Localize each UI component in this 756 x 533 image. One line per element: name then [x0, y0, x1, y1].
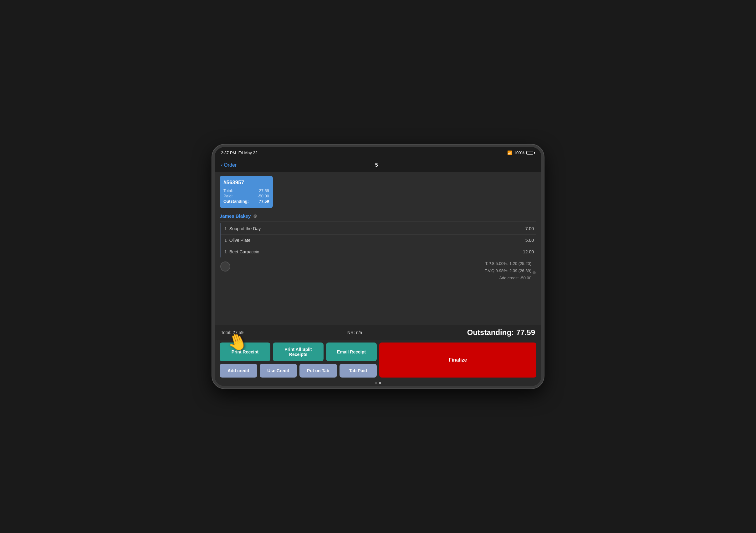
tax-section: T.P.S 5.00%: 1.20 (25.20) T.V.Q 9.98%: 2…: [220, 257, 536, 284]
content-area: #563957 Total: 27.59 Paid: -50.00 Outsta…: [215, 172, 541, 386]
chevron-left-icon: ‹: [221, 162, 223, 168]
order-items-list: 1 Soup of the Day 7.00 1 Olive Plate 5.0…: [220, 223, 536, 257]
back-label: Order: [224, 162, 236, 168]
table-row: 1 Soup of the Day 7.00: [221, 223, 536, 235]
finalize-button[interactable]: Finalize: [379, 342, 536, 378]
email-receipt-button[interactable]: Email Receipt: [326, 342, 377, 361]
total-value: 27.59: [259, 188, 269, 193]
order-outstanding-row: Outstanding: 77.59: [224, 199, 269, 204]
footer-totals: Total: 27.59 NR: n/a Outstanding: 77.59: [215, 325, 541, 340]
status-right: 📶 100%: [507, 150, 535, 155]
action-buttons: Print Receipt Print All Split Receipts E…: [215, 340, 541, 380]
page-dot-2: [379, 382, 381, 384]
table-row: 1 Beet Carpaccio 12.00: [221, 246, 536, 257]
tax-row-tvq: T.V.Q 9.98%: 2.39 (26.39): [225, 267, 531, 274]
page-dot-1: [375, 382, 377, 384]
outstanding-value: 77.59: [259, 199, 269, 204]
order-card[interactable]: #563957 Total: 27.59 Paid: -50.00 Outsta…: [220, 176, 273, 208]
order-panel: #563957 Total: 27.59 Paid: -50.00 Outsta…: [215, 172, 541, 208]
tax-row-credit: Add credit: -50.00: [225, 274, 531, 281]
use-credit-button[interactable]: Use Credit: [260, 364, 297, 378]
footer-outstanding: Outstanding: 77.59: [466, 328, 535, 337]
status-bar: 2:37 PM Fri May 22 📶 100%: [215, 147, 541, 158]
home-button[interactable]: [220, 261, 230, 272]
total-label: Total:: [224, 188, 233, 193]
tab-paid-button[interactable]: Tab Paid: [339, 364, 377, 378]
paid-label: Paid:: [224, 194, 233, 198]
tax-row-tps: T.P.S 5.00%: 1.20 (25.20): [225, 260, 531, 267]
footer-nr: NR: n/a: [347, 330, 362, 335]
button-row-2: Add credit Use Credit Put on Tab Tab Pai…: [220, 364, 377, 378]
customer-row: James Blakey ⊗: [220, 210, 536, 222]
add-credit-button[interactable]: Add credit: [220, 364, 257, 378]
battery-label: 100%: [514, 150, 525, 155]
print-all-split-receipts-button[interactable]: Print All Split Receipts: [273, 342, 324, 361]
items-section: James Blakey ⊗ 1 Soup of the Day 7.00 1 …: [215, 210, 541, 325]
paid-value: -50.00: [257, 194, 269, 198]
nav-bar: ‹ Order 5: [215, 158, 541, 172]
customer-close-icon[interactable]: ⊗: [253, 213, 257, 219]
status-time: 2:37 PM Fri May 22: [221, 150, 257, 155]
order-number: #563957: [224, 179, 269, 186]
outstanding-label: Outstanding:: [224, 199, 249, 204]
wifi-icon: 📶: [507, 150, 512, 155]
battery-icon: [526, 151, 535, 154]
order-paid-row: Paid: -50.00: [224, 194, 269, 198]
table-row: 1 Olive Plate 5.00: [221, 235, 536, 246]
order-total-row: Total: 27.59: [224, 188, 269, 193]
page-title: 5: [375, 162, 378, 168]
page-indicator: [215, 380, 541, 386]
back-button[interactable]: ‹ Order: [221, 162, 236, 168]
customer-name: James Blakey: [220, 213, 251, 219]
put-on-tab-button[interactable]: Put on Tab: [299, 364, 337, 378]
